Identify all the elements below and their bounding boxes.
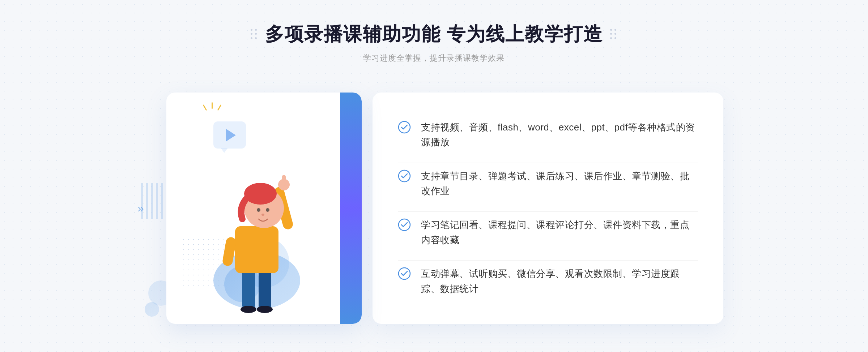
left-decorator bbox=[251, 29, 258, 40]
page-title: 多项录播课辅助功能 专为线上教学打造 bbox=[265, 22, 603, 47]
svg-point-18 bbox=[399, 268, 410, 279]
feature-item-3: 学习笔记回看、课程提问、课程评论打分、课件资料下载，重点内容收藏 bbox=[398, 211, 698, 253]
check-icon-4 bbox=[398, 267, 411, 280]
circle-decoration-2 bbox=[145, 302, 159, 317]
feature-text-3: 学习笔记回看、课程提问、课程评论打分、课件资料下载，重点内容收藏 bbox=[421, 218, 698, 248]
header-title-row: 多项录播课辅助功能 专为线上教学打造 bbox=[251, 22, 617, 47]
svg-point-12 bbox=[261, 214, 264, 216]
svg-point-9 bbox=[244, 183, 277, 205]
feature-text-1: 支持视频、音频、flash、word、excel、ppt、pdf等各种格式的资源… bbox=[421, 120, 698, 150]
check-icon-2 bbox=[398, 169, 411, 183]
feature-item-1: 支持视频、音频、flash、word、excel、ppt、pdf等各种格式的资源… bbox=[398, 114, 698, 156]
feature-text-2: 支持章节目录、弹题考试、课后练习、课后作业、章节测验、批改作业 bbox=[421, 169, 698, 199]
page-wrapper: 多项录播课辅助功能 专为线上教学打造 学习进度全掌握，提升录播课教学效果 » bbox=[0, 0, 868, 352]
header-section: 多项录播课辅助功能 专为线上教学打造 学习进度全掌握，提升录播课教学效果 bbox=[251, 0, 617, 64]
svg-point-10 bbox=[257, 208, 260, 212]
svg-point-15 bbox=[399, 121, 410, 133]
feature-text-4: 互动弹幕、试听购买、微信分享、观看次数限制、学习进度跟踪、数据统计 bbox=[421, 266, 698, 296]
svg-point-16 bbox=[399, 170, 410, 182]
right-decorator bbox=[610, 29, 617, 40]
svg-point-11 bbox=[266, 208, 269, 212]
check-icon-3 bbox=[398, 218, 411, 231]
card-accent-bar bbox=[340, 93, 362, 324]
person-figure bbox=[203, 143, 311, 324]
feature-item-4: 互动弹幕、试听购买、微信分享、观看次数限制、学习进度跟踪、数据统计 bbox=[398, 260, 698, 302]
svg-point-4 bbox=[257, 306, 273, 313]
striped-rect-decoration bbox=[141, 183, 163, 219]
svg-point-17 bbox=[399, 219, 410, 231]
features-panel: 支持视频、音频、flash、word、excel、ppt、pdf等各种格式的资源… bbox=[373, 93, 723, 324]
svg-rect-14 bbox=[282, 175, 286, 186]
illustration-card bbox=[166, 93, 362, 324]
svg-point-3 bbox=[241, 306, 256, 313]
content-area: » bbox=[145, 82, 723, 335]
play-icon bbox=[226, 129, 236, 142]
feature-item-2: 支持章节目录、弹题考试、课后练习、课后作业、章节测验、批改作业 bbox=[398, 163, 698, 205]
svg-rect-5 bbox=[235, 226, 278, 273]
illustration-container: » bbox=[145, 82, 383, 335]
check-icon-1 bbox=[398, 121, 411, 134]
page-subtitle: 学习进度全掌握，提升录播课教学效果 bbox=[251, 53, 617, 64]
